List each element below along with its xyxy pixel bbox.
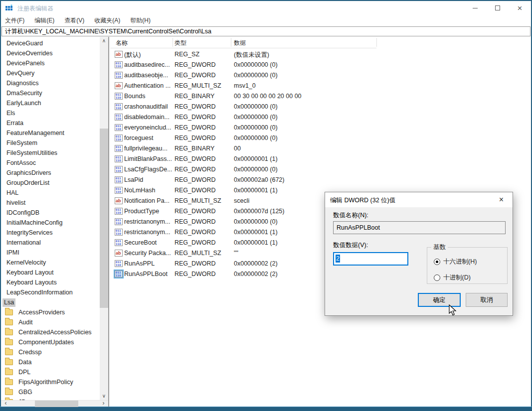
tree-item[interactable]: International [1,238,100,248]
tree-horizontal-scrollbar[interactable]: ‹ › [1,400,108,407]
regedit-app-icon [5,4,13,12]
tree-item[interactable]: FileSystemUtilities [1,148,100,158]
scroll-up-icon[interactable]: ∧ [100,37,108,45]
tree-item[interactable]: Keyboard Layouts [1,277,100,287]
tree-item[interactable]: GraphicsDrivers [1,168,100,178]
table-row[interactable]: auditbaseobje...REG_DWORD0x00000000 (0) [110,70,531,81]
folder-icon [5,389,13,395]
address-bar[interactable]: 计算机\HKEY_LOCAL_MACHINE\SYSTEM\CurrentCon… [1,26,531,36]
menu-edit[interactable]: 编辑(E) [29,15,59,26]
dialog-close-button[interactable]: × [490,192,513,207]
table-row[interactable]: auditbasedirec...REG_DWORD0x00000000 (0) [110,60,531,70]
value-type: REG_BINARY [175,93,214,100]
radio-hexadecimal[interactable]: 十六进制(H) [434,258,477,266]
tree-item[interactable]: IDConfigDB [1,208,100,218]
tree-item[interactable]: InitialMachineConfig [1,218,100,228]
dword-value-icon [115,218,123,225]
radio-decimal[interactable]: 十进制(D) [434,274,471,282]
column-header-type[interactable]: 类型 [175,39,186,47]
table-row[interactable]: LimitBlankPass...REG_DWORD0x00000001 (1) [110,154,531,164]
tree-item[interactable]: EarlyLaunch [1,98,100,108]
table-row[interactable]: everyoneinclud...REG_DWORD0x00000000 (0) [110,123,531,133]
value-name: auditbasedirec... [124,61,170,68]
tree-item[interactable]: FontAssoc [1,158,100,168]
cancel-button[interactable]: 取消 [466,293,508,307]
tree-item[interactable]: Errata [1,118,100,128]
tree-item[interactable]: FipsAlgorithmPolicy [1,377,100,387]
vertical-scroll-thumb[interactable] [100,129,108,308]
tree-vertical-scrollbar[interactable]: ∧ ∨ [100,37,108,400]
value-type: REG_DWORD [175,271,216,277]
tree-item[interactable]: Diagnostics [1,78,100,88]
tree-item[interactable]: HAL [1,188,100,198]
tree-item[interactable]: DeviceGuard [1,38,100,48]
close-button[interactable]: × [509,1,531,15]
table-row[interactable]: LsaCfgFlagsDe...REG_DWORD0x00000000 (0) [110,164,531,175]
scroll-down-icon[interactable]: ∨ [100,392,108,400]
registry-path: 计算机\HKEY_LOCAL_MACHINE\SYSTEM\CurrentCon… [5,27,211,36]
value-name: fullprivilegeau... [124,145,168,152]
binary-value-icon [115,93,123,100]
value-name: RunAsPPLBoot [124,271,168,277]
table-row[interactable]: fullprivilegeau...REG_BINARY00 [110,143,531,154]
table-row[interactable]: LsaPidREG_DWORD0x000002a0 (672) [110,175,531,185]
tree-item[interactable]: Audit [1,317,100,327]
value-name-text: RunAsPPLBoot [337,224,380,231]
tree-item[interactable]: GroupOrderList [1,178,100,188]
pane-splitter[interactable] [108,37,109,407]
tree-item-label: FipsAlgorithmPolicy [17,378,75,387]
base-group-label: 基数 [431,243,448,252]
value-type: REG_DWORD [175,239,216,246]
minimize-button[interactable] [464,1,486,15]
tree-item[interactable]: DevicePanels [1,58,100,68]
table-row[interactable]: Authentication ...REG_MULTI_SZmsv1_0 [110,81,531,91]
column-divider[interactable] [173,38,173,47]
value-data: scecli [234,197,249,204]
tree-item[interactable]: GBG [1,387,100,397]
tree-item[interactable]: Keyboard Layout [1,268,100,277]
tree-item[interactable]: IntegrityServices [1,228,100,238]
tree-item[interactable]: IPMI [1,248,100,258]
tree-item[interactable]: DeviceOverrides [1,48,100,58]
tree-item[interactable]: DmaSecurity [1,88,100,98]
horizontal-scroll-thumb[interactable] [35,401,78,407]
value-name: Bounds [124,93,145,100]
tree-item[interactable]: LeapSecondInformation [1,287,100,297]
value-data-input[interactable]: 2 [333,252,408,266]
maximize-button[interactable] [486,1,509,15]
tree-item[interactable]: FeatureManagement [1,128,100,138]
column-divider[interactable] [376,38,377,47]
tree-item[interactable]: Credssp [1,347,100,357]
tree-item[interactable]: AccessProviders [1,307,100,317]
menu-favorites[interactable]: 收藏夹(A) [89,15,125,26]
radio-dec-label: 十进制(D) [443,274,471,282]
tree-item[interactable]: CentralizedAccessPolicies [1,327,100,337]
value-name-field[interactable]: RunAsPPLBoot [333,221,506,234]
table-row[interactable]: disabledomain...REG_DWORD0x00000000 (0) [110,112,531,123]
column-header-data[interactable]: 数据 [234,39,246,47]
menu-view[interactable]: 查看(V) [59,15,89,26]
tree-item[interactable]: hivelist [1,198,100,208]
tree-item[interactable]: FileSystem [1,138,100,148]
table-row[interactable]: forceguestREG_DWORD0x00000000 (0) [110,133,531,143]
tree-item[interactable]: Els [1,108,100,118]
column-divider[interactable] [231,38,231,47]
tree-item-selected-lsa[interactable]: Lsa [1,297,100,307]
table-row[interactable]: BoundsREG_BINARY00 30 00 00 00 20 00 00 [110,91,531,102]
tree-item[interactable]: DPL [1,367,100,377]
menu-help[interactable]: 帮助(H) [125,15,156,26]
close-icon: × [499,195,504,204]
column-header-name[interactable]: 名称 [116,39,128,47]
table-row[interactable]: crashonauditfailREG_DWORD0x00000000 (0) [110,102,531,112]
tree-item[interactable]: DevQuery [1,68,100,78]
tree-item[interactable]: KernelVelocity [1,258,100,268]
tree-item-label: Errata [5,119,25,128]
maximize-icon [495,5,500,10]
table-row[interactable]: (默认)REG_SZ(数值未设置) [110,49,531,60]
scroll-left-icon[interactable]: ‹ [2,401,9,407]
value-type: REG_DWORD [175,229,216,236]
tree-item[interactable]: Data [1,357,100,367]
scroll-right-icon[interactable]: › [100,401,107,407]
menu-file[interactable]: 文件(F) [1,15,29,26]
tree-item[interactable]: ComponentUpdates [1,337,100,347]
